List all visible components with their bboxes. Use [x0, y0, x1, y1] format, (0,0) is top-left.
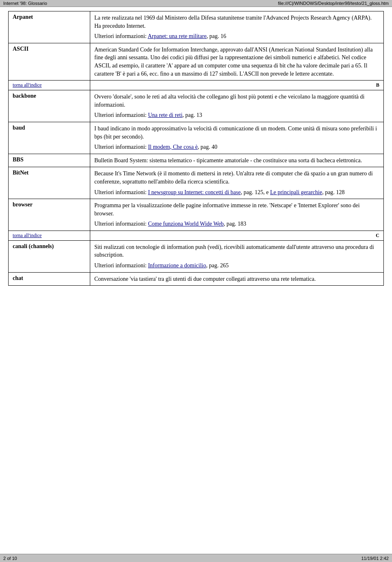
- link-browser[interactable]: Come funziona World Wide Web: [148, 221, 223, 227]
- def-arpanet: La rete realizzata nel 1969 dal Minister…: [90, 11, 384, 43]
- section-b-row: torna all'indice B: [9, 81, 384, 90]
- term-bitnet: BitNet: [9, 167, 90, 199]
- title-bar: Internet '98: Glossario file:///C|/WINDO…: [0, 0, 392, 7]
- section-c-header: C: [90, 231, 384, 240]
- torna-cell-b: torna all'indice: [9, 81, 90, 90]
- torna-cell-c: torna all'indice: [9, 231, 90, 240]
- term-arpanet: Arpanet: [9, 11, 90, 43]
- def-canali: Siti realizzati con tecnologie di inform…: [90, 240, 384, 272]
- link-bitnet-newsgroup[interactable]: I newsgroup su Internet: concetti di bas…: [148, 189, 241, 195]
- table-row: backbone Ovvero 'dorsale', sono le reti …: [9, 90, 384, 122]
- link-arpanet[interactable]: Arpanet: una rete militare: [148, 33, 207, 39]
- link-baud[interactable]: Il modem, Che cosa è: [148, 144, 198, 150]
- page-title-left: Internet '98: Glossario: [3, 1, 47, 6]
- def-bitnet: Because It's Time Network (è il momento …: [90, 167, 384, 199]
- table-row: BitNet Because It's Time Network (è il m…: [9, 167, 384, 199]
- def-ascii: American Standard Code for Information I…: [90, 43, 384, 80]
- table-row: chat Conversazione 'via tastiera' tra gl…: [9, 272, 384, 286]
- torna-link-c[interactable]: torna all'indice: [13, 233, 42, 238]
- link-bitnet-gerarchie[interactable]: Le principali gerarchie: [270, 189, 322, 195]
- table-row: Arpanet La rete realizzata nel 1969 dal …: [9, 11, 384, 43]
- def-bbs: Bulletin Board System: sistema telematic…: [90, 154, 384, 167]
- def-browser: Programma per la visualizzazione delle p…: [90, 199, 384, 231]
- term-bbs: BBS: [9, 154, 90, 167]
- link-backbone[interactable]: Una rete di reti: [148, 112, 182, 118]
- content-area: Arpanet La rete realizzata nel 1969 dal …: [0, 7, 392, 290]
- table-row: BBS Bulletin Board System: sistema telem…: [9, 154, 384, 167]
- glossary-table: Arpanet La rete realizzata nel 1969 dal …: [8, 11, 384, 286]
- table-row: ASCII American Standard Code for Informa…: [9, 43, 384, 80]
- term-ascii: ASCII: [9, 43, 90, 80]
- page-title-right: file:///C|/WINDOWS/Desktop/inter98/testo…: [278, 1, 389, 6]
- term-backbone: backbone: [9, 90, 90, 122]
- term-canali: canali (channels): [9, 240, 90, 272]
- def-backbone: Ovvero 'dorsale', sono le reti ad alta v…: [90, 90, 384, 122]
- table-row: browser Programma per la visualizzazione…: [9, 199, 384, 231]
- def-chat: Conversazione 'via tastiera' tra gli ute…: [90, 272, 384, 286]
- table-row: canali (channels) Siti realizzati con te…: [9, 240, 384, 272]
- section-b-header: B: [90, 81, 384, 90]
- torna-link-b[interactable]: torna all'indice: [13, 82, 42, 88]
- table-row: baud I baud indicano in modo approssimat…: [9, 122, 384, 154]
- def-baud: I baud indicano in modo approssimativo l…: [90, 122, 384, 154]
- section-c-row: torna all'indice C: [9, 231, 384, 240]
- term-browser: browser: [9, 199, 90, 231]
- term-baud: baud: [9, 122, 90, 154]
- link-canali[interactable]: Informazione a domicilio: [148, 262, 206, 269]
- term-chat: chat: [9, 272, 90, 286]
